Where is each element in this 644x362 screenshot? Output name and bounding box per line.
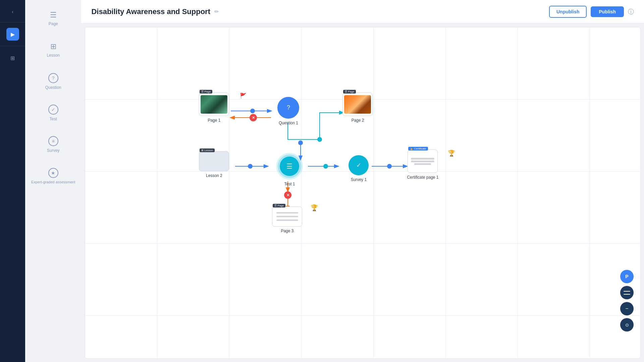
page2-badge-label: Page xyxy=(348,90,354,93)
sidebar-survey-label: Survey xyxy=(47,148,59,153)
sidebar-item-lesson[interactable]: ⊞ Lesson xyxy=(29,35,78,65)
page-title: Disability Awareness and Support xyxy=(91,7,210,16)
node-test1[interactable]: ☰ Test 1 xyxy=(276,153,303,186)
sidebar-question-label: Question xyxy=(45,85,61,90)
node-page1[interactable]: ☰ Page Page 1 xyxy=(199,93,229,123)
main-content: Disability Awareness and Support ✏ Unpub… xyxy=(81,0,644,362)
lesson2-label: Lesson 2 xyxy=(206,173,222,178)
sidebar-item-test[interactable]: ✓ Test xyxy=(29,98,78,128)
lesson-icon: ⊞ xyxy=(50,42,56,51)
cert-line1 xyxy=(411,158,434,160)
page2-badge: ☰ Page xyxy=(343,90,356,94)
cert-card[interactable] xyxy=(408,149,438,173)
canvas-grid xyxy=(85,27,640,358)
flag-start-icon: 🚩 xyxy=(240,93,247,99)
page3-line3 xyxy=(276,220,298,221)
header-left: Disability Awareness and Support ✏ xyxy=(91,7,219,16)
sidebar-item-expert[interactable]: ★ Expert-graded assessment xyxy=(29,161,78,191)
test1-x-button[interactable]: ✕ xyxy=(284,191,291,199)
cert-line3 xyxy=(414,163,431,165)
sidebar-item-page[interactable]: ☰ Page xyxy=(29,3,78,34)
question1-label: Question 1 xyxy=(279,121,298,125)
question1-circle[interactable]: ? xyxy=(277,97,299,119)
page1-badge-label: Page xyxy=(204,90,211,93)
test-icon: ✓ xyxy=(48,105,58,115)
node-certificate1[interactable]: 🏅 Certificate Certificate page 1 xyxy=(407,149,438,180)
page3-label: Page 3 xyxy=(281,229,293,233)
user-avatar-button[interactable]: P xyxy=(620,270,634,283)
sidebar-lesson-label: Lesson xyxy=(47,53,60,58)
header-right: Unpublish Publish ⓘ xyxy=(549,6,634,18)
info-icon[interactable]: ⓘ xyxy=(628,8,634,16)
sidebar-item-question[interactable]: ? Question xyxy=(29,66,78,97)
test1-label: Test 1 xyxy=(284,182,295,186)
flow-canvas[interactable]: 🚩 ☰ Page Page 1 ? Question 1 xyxy=(85,27,641,359)
page1-badge: ☰ Page xyxy=(200,90,212,94)
node-lesson2[interactable]: ⊞ Lesson Lesson 2 xyxy=(199,151,229,178)
page1-label: Page 1 xyxy=(208,118,220,123)
page3-badge: ☰ Page xyxy=(273,204,285,207)
nav-play-button[interactable]: ▶ xyxy=(6,28,19,41)
zoom-controls: P − ⊙ xyxy=(620,270,634,331)
cert-label: Certificate page 1 xyxy=(407,175,438,180)
page3-card[interactable] xyxy=(272,206,302,227)
sidebar-page-label: Page xyxy=(49,21,58,26)
survey1-label: Survey 1 xyxy=(351,177,367,182)
collapse-button[interactable]: ‹ xyxy=(8,7,18,17)
survey-icon: ≡ xyxy=(48,136,58,146)
sidebar-item-survey[interactable]: ≡ Survey xyxy=(29,129,78,160)
lesson2-badge-label: Lesson xyxy=(204,149,213,152)
sidebar-icon-strip: ‹ ▶ ⊞ xyxy=(0,0,25,362)
header: Disability Awareness and Support ✏ Unpub… xyxy=(81,0,644,23)
sidebar-expert-label: Expert-graded assessment xyxy=(31,180,75,184)
page2-card[interactable] xyxy=(342,93,373,116)
page1-x-button[interactable]: ✕ xyxy=(250,114,257,121)
page2-label: Page 2 xyxy=(351,118,364,123)
zoom-plus-button[interactable] xyxy=(620,286,634,299)
publish-button[interactable]: Publish xyxy=(591,6,624,17)
question-icon: ? xyxy=(48,73,58,83)
node-question1[interactable]: ? Question 1 xyxy=(277,97,299,125)
test1-mid: ☰ xyxy=(278,155,301,178)
trophy-icon-cert: 🏆 xyxy=(448,149,455,157)
sidebar-test-label: Test xyxy=(50,117,57,121)
page3-line1 xyxy=(276,212,298,214)
page3-badge-label: Page xyxy=(277,204,284,207)
edit-title-icon[interactable]: ✏ xyxy=(214,8,219,15)
nav-grid-button[interactable]: ⊞ xyxy=(6,52,19,64)
sidebar-items-panel: ☰ Page ⊞ Lesson ? Question ✓ Test ≡ Surv… xyxy=(25,0,81,362)
page1-image xyxy=(201,95,227,114)
cert-badge: 🏅 Certificate xyxy=(408,147,428,150)
page3-line2 xyxy=(276,216,298,217)
node-page3[interactable]: ☰ Page Page 3 xyxy=(272,206,302,233)
page-icon: ☰ xyxy=(50,11,57,19)
unpublish-button[interactable]: Unpublish xyxy=(549,6,587,18)
test1-circle[interactable]: ☰ xyxy=(280,157,299,176)
node-page2[interactable]: ☰ Page Page 2 xyxy=(342,93,373,123)
sidebar: ‹ ▶ ⊞ ☰ Page ⊞ Lesson ? Question ✓ Test xyxy=(0,0,81,362)
lesson2-card[interactable] xyxy=(199,151,229,171)
test1-outer[interactable]: ☰ xyxy=(276,153,303,180)
zoom-minus-button[interactable]: − xyxy=(620,302,634,315)
trophy-icon-page3: 🏆 xyxy=(311,204,318,212)
cert-badge-label: Certificate xyxy=(414,147,426,150)
page1-card[interactable] xyxy=(199,93,229,116)
cert-line2 xyxy=(411,161,434,162)
node-survey1[interactable]: ✓ Survey 1 xyxy=(348,155,369,182)
lesson2-badge: ⊞ Lesson xyxy=(200,148,215,152)
survey1-circle[interactable]: ✓ xyxy=(348,155,369,175)
fit-view-button[interactable]: ⊙ xyxy=(620,318,634,331)
page2-image xyxy=(344,95,371,114)
expert-icon: ★ xyxy=(48,168,58,178)
